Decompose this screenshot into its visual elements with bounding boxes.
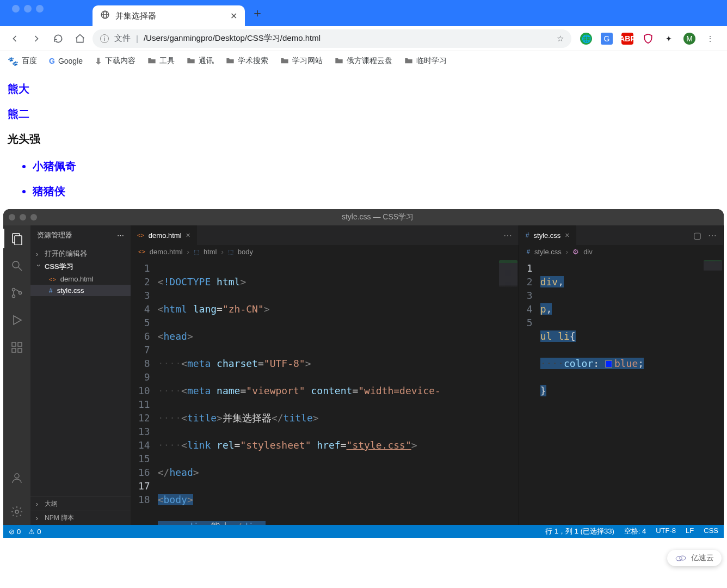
window-controls[interactable] bbox=[7, 5, 49, 21]
tab-demo-html[interactable]: <>demo.html× bbox=[131, 225, 197, 245]
debug-icon[interactable] bbox=[9, 313, 24, 328]
open-editors-section[interactable]: 打开的编辑器 bbox=[30, 247, 131, 260]
bookmark-temp[interactable]: 临时学习 bbox=[404, 56, 447, 66]
more-icon[interactable]: ⋯ bbox=[117, 231, 124, 240]
outline-section[interactable]: 大纲 bbox=[30, 497, 131, 511]
window-controls[interactable] bbox=[9, 214, 37, 220]
status-encoding[interactable]: UTF-8 bbox=[656, 526, 676, 536]
ext-globe-icon[interactable]: 🌐 bbox=[580, 33, 592, 45]
file-style-css[interactable]: #style.css bbox=[30, 285, 131, 296]
css-file-icon: # bbox=[527, 248, 530, 255]
ext-abp-icon[interactable]: ABP bbox=[621, 33, 633, 45]
status-cursor[interactable]: 行 1，列 1 (已选择33) bbox=[545, 526, 614, 536]
svg-line-6 bbox=[19, 267, 22, 271]
svg-point-14 bbox=[15, 474, 19, 478]
tab-title: 并集选择器 bbox=[115, 11, 225, 21]
home-button[interactable] bbox=[71, 29, 89, 48]
status-eol[interactable]: LF bbox=[686, 526, 694, 536]
account-icon[interactable] bbox=[9, 470, 24, 486]
folder-icon bbox=[226, 57, 235, 66]
forward-button[interactable] bbox=[27, 29, 46, 48]
page-content: 熊大 熊二 光头强 小猪佩奇 猪猪侠 bbox=[0, 71, 727, 209]
svg-rect-12 bbox=[12, 348, 16, 352]
close-icon[interactable]: ✕ bbox=[230, 11, 237, 21]
profile-avatar[interactable]: M bbox=[683, 33, 695, 45]
ext-translate-icon[interactable]: G bbox=[601, 33, 613, 45]
status-lang[interactable]: CSS bbox=[704, 526, 718, 536]
svg-point-8 bbox=[13, 295, 15, 298]
more-icon[interactable]: ⋯ bbox=[503, 230, 512, 241]
folder-icon bbox=[280, 57, 289, 66]
menu-icon[interactable]: ⋮ bbox=[704, 33, 716, 45]
error-icon: ⊘ bbox=[9, 528, 15, 536]
bookmark-study[interactable]: 学习网站 bbox=[280, 56, 323, 66]
list-item: 小猪佩奇 bbox=[33, 154, 719, 179]
download-icon: ⬇ bbox=[95, 56, 102, 66]
folder-icon bbox=[187, 57, 195, 66]
npm-section[interactable]: NPM 脚本 bbox=[30, 511, 131, 525]
folder-icon bbox=[147, 57, 156, 66]
bookmark-tools[interactable]: 工具 bbox=[147, 56, 175, 66]
extensions-icon[interactable]: ✦ bbox=[663, 33, 675, 45]
close-icon[interactable]: × bbox=[186, 231, 190, 240]
bookmark-comm[interactable]: 通讯 bbox=[187, 56, 214, 66]
bookmark-cloud[interactable]: 俄方课程云盘 bbox=[335, 56, 392, 66]
code-editor-right[interactable]: 12345 div, p, ul li{ ····color: blue; } bbox=[519, 258, 723, 525]
ext-shield-icon[interactable] bbox=[642, 33, 654, 45]
element-icon: ⬚ bbox=[228, 248, 233, 255]
vscode-titlebar[interactable]: style.css — CSS学习 bbox=[3, 209, 724, 225]
watermark: 亿速云 bbox=[667, 550, 722, 566]
breadcrumbs-left[interactable]: <>demo.html› ⬚html› ⬚body bbox=[131, 245, 519, 258]
html-file-icon: <> bbox=[138, 248, 145, 255]
info-icon[interactable]: i bbox=[100, 34, 109, 43]
status-spaces[interactable]: 空格: 4 bbox=[624, 526, 646, 536]
sidebar-header: 资源管理器 ⋯ bbox=[30, 225, 131, 245]
settings-icon[interactable] bbox=[9, 504, 24, 519]
page-list: 小猪佩奇 猪猪侠 bbox=[8, 154, 719, 204]
status-warnings[interactable]: ⚠0 bbox=[28, 528, 41, 536]
new-tab-button[interactable]: ＋ bbox=[245, 5, 270, 21]
vscode-title: style.css — CSS学习 bbox=[37, 212, 718, 222]
browser-toolbar: i 文件 | /Users/ganmingpro/Desktop/CSS学习/d… bbox=[0, 26, 727, 51]
tab-style-css[interactable]: #style.css× bbox=[519, 225, 576, 245]
git-icon[interactable] bbox=[9, 285, 24, 301]
svg-point-7 bbox=[13, 289, 15, 291]
google-icon: G bbox=[49, 57, 55, 65]
more-icon[interactable]: ⋯ bbox=[708, 230, 717, 241]
address-url: /Users/ganmingpro/Desktop/CSS学习/demo.htm… bbox=[144, 33, 321, 44]
breadcrumbs-right[interactable]: #style.css› ⚙div bbox=[519, 245, 723, 258]
page-span: 光头强 bbox=[8, 126, 719, 151]
file-demo-html[interactable]: <>demo.html bbox=[30, 273, 131, 285]
html-file-icon: <> bbox=[49, 276, 56, 283]
minimap[interactable] bbox=[499, 260, 517, 287]
bookmark-downloads[interactable]: ⬇下载内容 bbox=[95, 56, 135, 66]
split-icon[interactable]: ▢ bbox=[693, 230, 701, 241]
code-area-left[interactable]: <!DOCTYPE html> <html lang="zh-CN"> <hea… bbox=[158, 258, 519, 525]
svg-rect-13 bbox=[18, 348, 22, 352]
back-button[interactable] bbox=[5, 29, 24, 48]
editor-tabs-left: <>demo.html× ⋯ bbox=[131, 225, 519, 245]
search-icon[interactable] bbox=[9, 258, 24, 273]
minimap[interactable] bbox=[704, 260, 722, 271]
browser-tabstrip: 并集选择器 ✕ ＋ bbox=[0, 0, 727, 26]
bookmark-baidu[interactable]: 🐾百度 bbox=[8, 56, 37, 66]
bookmark-google[interactable]: GGoogle bbox=[49, 57, 83, 65]
reload-button[interactable] bbox=[49, 29, 67, 48]
code-area-right[interactable]: div, p, ul li{ ····color: blue; } bbox=[540, 258, 723, 525]
svg-rect-4 bbox=[15, 236, 22, 245]
vscode-window: style.css — CSS学习 资源管理器 ⋯ 打开的编辑器 CSS学习 bbox=[3, 209, 724, 538]
css-file-icon: # bbox=[49, 287, 53, 295]
extension-icons: 🌐 G ABP ✦ M ⋮ bbox=[575, 33, 722, 45]
code-editor-left[interactable]: 123456789101112131415161718 <!DOCTYPE ht… bbox=[131, 258, 519, 525]
address-scheme: 文件 bbox=[114, 33, 131, 44]
editor-pane-right: #style.css× ▢⋯ #style.css› ⚙div 12345 di… bbox=[519, 225, 724, 525]
status-errors[interactable]: ⊘0 bbox=[9, 528, 21, 536]
bookmark-scholar[interactable]: 学术搜索 bbox=[226, 56, 268, 66]
close-icon[interactable]: × bbox=[565, 231, 569, 240]
star-icon[interactable]: ☆ bbox=[557, 34, 564, 44]
browser-tab[interactable]: 并集选择器 ✕ bbox=[93, 5, 245, 26]
extensions-icon[interactable] bbox=[9, 340, 24, 355]
explorer-icon[interactable] bbox=[9, 231, 24, 246]
address-bar[interactable]: i 文件 | /Users/ganmingpro/Desktop/CSS学习/d… bbox=[93, 29, 571, 48]
folder-section[interactable]: CSS学习 bbox=[30, 260, 131, 273]
